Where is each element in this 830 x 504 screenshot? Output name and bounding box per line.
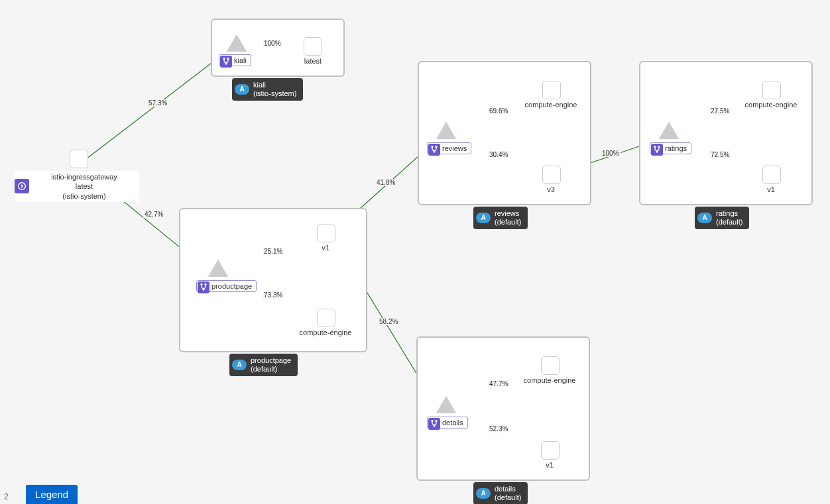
workload-label: v1: [764, 185, 778, 193]
svg-point-15: [434, 425, 435, 427]
edge-label: 100%: [601, 150, 621, 157]
edge-label: 30.4%: [488, 151, 509, 158]
root-line1: istio-ingressgateway: [51, 173, 117, 181]
service-node-productpage[interactable]: [209, 261, 227, 276]
virtualservice-icon: [428, 418, 440, 430]
workload-label: compute-engine: [740, 101, 802, 109]
edge-label: 27.5%: [709, 107, 731, 115]
edge-label: 69.6%: [488, 107, 509, 115]
group-badge-details[interactable]: A details (default): [473, 482, 528, 504]
group-badge-reviews[interactable]: A reviews (default): [473, 207, 528, 229]
workload-kiali-latest[interactable]: [304, 37, 322, 56]
edge-label: 47.7%: [488, 380, 509, 387]
edge-label: 52.3%: [488, 425, 509, 432]
app-icon: A: [232, 360, 247, 370]
edge-label: 25.1%: [263, 248, 284, 255]
edge-label: 100%: [263, 40, 282, 47]
root-label: istio-ingressgateway latest (istio-syste…: [15, 171, 139, 202]
virtualservice-icon: [220, 56, 232, 68]
workload-label: v3: [544, 185, 558, 193]
edge-label: 57.3%: [147, 99, 168, 107]
app-icon: A: [697, 213, 712, 223]
edge-label: 41.8%: [375, 179, 396, 186]
root-node[interactable]: [70, 150, 88, 168]
workload-reviews-v3[interactable]: [542, 166, 561, 184]
svg-point-9: [434, 151, 435, 152]
service-label-productpage[interactable]: productpage: [196, 280, 257, 292]
root-line2: latest: [76, 182, 93, 190]
virtualservice-icon: [198, 281, 209, 293]
workload-pp-v1[interactable]: [317, 224, 335, 242]
svg-point-3: [225, 63, 227, 64]
group-badge-ratings[interactable]: A ratings (default): [695, 207, 749, 229]
workload-details-v1[interactable]: [541, 441, 560, 460]
edge-label: 72.5%: [709, 151, 731, 158]
app-icon: A: [476, 488, 491, 499]
virtualservice-icon: [651, 144, 663, 156]
svg-point-0: [19, 183, 26, 190]
service-label-details[interactable]: details: [427, 417, 468, 428]
graph-canvas[interactable]: istio-ingressgateway latest (istio-syste…: [0, 0, 830, 504]
group-badge-productpage[interactable]: A productpage (default): [229, 354, 298, 376]
workload-ratings-ce[interactable]: [762, 81, 781, 99]
edge-label: 42.7%: [143, 211, 164, 218]
workload-label: latest: [301, 57, 325, 65]
workload-label: compute-engine: [520, 101, 582, 109]
svg-point-12: [656, 151, 658, 152]
entry-icon: [15, 179, 29, 193]
virtualservice-icon: [428, 144, 440, 156]
legend-button[interactable]: Legend: [26, 485, 78, 504]
service-node-kiali[interactable]: [228, 36, 245, 50]
workload-pp-ce[interactable]: [317, 309, 335, 327]
service-node-ratings[interactable]: [660, 123, 678, 138]
workload-label: v1: [318, 244, 333, 252]
root-line3: (istio-system): [62, 192, 105, 200]
group-badge-kiali[interactable]: A kiali (istio-system): [232, 78, 303, 101]
app-icon: A: [235, 84, 249, 95]
edge-label: 73.3%: [263, 291, 284, 299]
corner-number: 2: [4, 492, 9, 501]
service-node-details[interactable]: [438, 397, 455, 412]
workload-details-ce[interactable]: [541, 356, 560, 375]
workload-reviews-ce[interactable]: [542, 81, 561, 99]
edge-label: 58.2%: [378, 318, 399, 325]
service-node-reviews[interactable]: [438, 123, 455, 138]
service-label-reviews[interactable]: reviews: [427, 142, 471, 154]
workload-label: v1: [542, 461, 557, 469]
workload-ratings-v1[interactable]: [762, 166, 781, 184]
workload-label: compute-engine: [518, 376, 581, 384]
svg-point-6: [203, 289, 204, 290]
workload-label: compute-engine: [294, 328, 357, 336]
app-icon: A: [476, 213, 491, 223]
service-label-kiali[interactable]: kiali: [219, 54, 251, 66]
service-label-ratings[interactable]: ratings: [650, 142, 691, 154]
